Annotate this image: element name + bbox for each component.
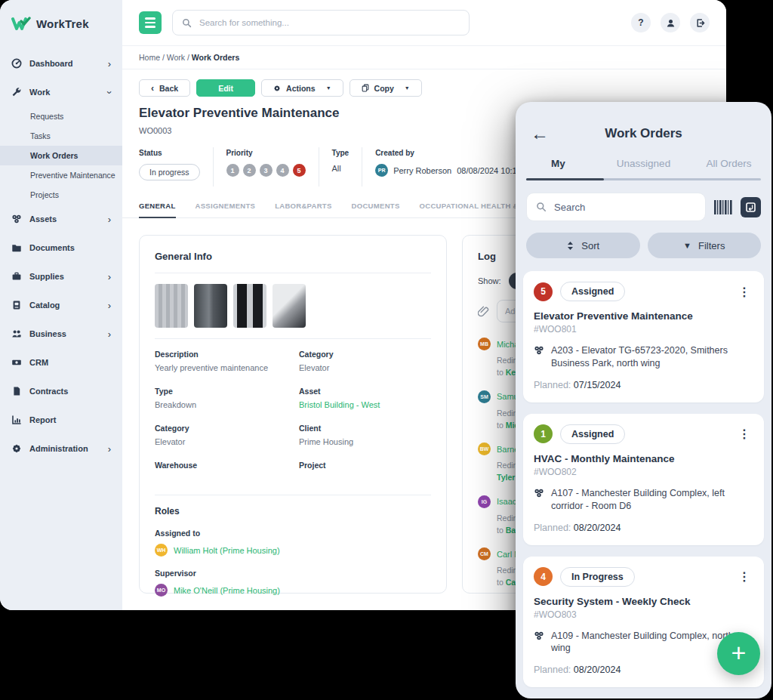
panel-tabs: My Unassigned All Orders <box>516 158 771 178</box>
priority-selector: 1 2 3 4 5 <box>226 164 306 177</box>
tab-assignments[interactable]: ASSIGNEMENTS <box>196 202 256 217</box>
avatar: BW <box>478 443 491 455</box>
barcode-scan-icon[interactable] <box>713 199 733 216</box>
avatar: PR <box>375 164 388 177</box>
chevron-right-icon: › <box>108 443 111 455</box>
chevron-right-icon: › <box>108 328 111 340</box>
bar-chart-icon <box>11 415 22 425</box>
kebab-menu-icon[interactable]: ⋮ <box>735 427 753 441</box>
priority-4[interactable]: 4 <box>276 164 289 177</box>
tab-all-orders[interactable]: All Orders <box>686 158 771 178</box>
user-button[interactable] <box>661 13 680 32</box>
created-by-name: Perry Roberson <box>393 166 451 175</box>
tab-underline <box>526 178 761 180</box>
sort-button[interactable]: Sort <box>526 233 640 258</box>
breadcrumb[interactable]: Home / Work / Work Orders <box>122 45 726 69</box>
global-search-input[interactable] <box>198 17 460 28</box>
sidebar-item-dashboard[interactable]: Dashboard › <box>0 49 122 78</box>
photo-gallery <box>155 284 431 328</box>
work-order-card[interactable]: 1 Assigned ⋮ HVAC - Monthly Maintenance … <box>523 414 764 545</box>
sidebar-item-crm[interactable]: CRM <box>0 348 122 377</box>
help-button[interactable]: ? <box>631 13 651 32</box>
chevron-right-icon: › <box>108 58 111 69</box>
card-code: #WOO802 <box>534 467 753 477</box>
sidebar-item-work-orders[interactable]: Work Orders <box>0 146 122 165</box>
wo-photo-1[interactable] <box>155 284 188 328</box>
wo-photo-2[interactable] <box>194 284 227 328</box>
global-search <box>172 10 470 35</box>
card-asset: A203 - Elevator TG-65723-2020, Smithers … <box>551 344 746 370</box>
panel-search-input[interactable] <box>553 201 696 214</box>
hamburger-menu-button[interactable] <box>139 11 162 34</box>
sidebar-item-requests[interactable]: Requests <box>0 106 122 126</box>
priority-2[interactable]: 2 <box>243 164 256 177</box>
work-order-card[interactable]: 5 Assigned ⋮ Elevator Preventive Mainten… <box>523 271 764 402</box>
sidebar-item-preventive-maintenance[interactable]: Preventive Maintenance <box>0 165 122 185</box>
sidebar-item-tasks[interactable]: Tasks <box>0 126 122 146</box>
tab-unassigned[interactable]: Unassigned <box>601 158 686 178</box>
logout-button[interactable] <box>690 13 710 32</box>
field-warehouse: Warehouse <box>155 461 287 484</box>
priority-5-active[interactable]: 5 <box>293 164 306 177</box>
panel-header: ← Work Orders <box>516 126 771 141</box>
sidebar-item-business[interactable]: Business › <box>0 319 122 348</box>
priority-3[interactable]: 3 <box>260 164 273 177</box>
add-work-order-button[interactable]: + <box>717 632 760 675</box>
planned-date: 07/15/2024 <box>574 380 621 390</box>
wrench-icon <box>11 87 22 97</box>
meta-priority: Priority 1 2 3 4 5 <box>213 147 319 187</box>
general-info-fields: Description Yearly preventive maintenanc… <box>155 350 431 484</box>
sidebar-item-catalog[interactable]: Catalog › <box>0 291 122 319</box>
assigned-user-link[interactable]: William Holt (Prime Housing) <box>174 546 280 555</box>
actions-button[interactable]: Actions ▼ <box>261 79 343 97</box>
tab-general[interactable]: GENERAL <box>139 202 176 218</box>
sidebar-item-contracts[interactable]: Contracts <box>0 377 122 406</box>
filters-button[interactable]: ▼ Filters <box>648 233 762 258</box>
show-label: Show: <box>478 276 501 285</box>
sidebar-item-projects[interactable]: Projects <box>0 185 122 205</box>
asset-link[interactable]: Bristol Building - West <box>299 400 431 410</box>
sidebar-item-assets[interactable]: Assets › <box>0 205 122 233</box>
brand-name: WorkTrek <box>36 17 89 30</box>
paperclip-icon[interactable] <box>478 306 489 317</box>
wo-photo-3[interactable] <box>233 284 266 328</box>
filter-icon: ▼ <box>683 241 691 250</box>
kebab-menu-icon[interactable]: ⋮ <box>735 285 753 299</box>
sidebar-item-label: Work <box>29 88 50 97</box>
field-type: Type Breakdown <box>155 387 287 410</box>
tab-my[interactable]: My <box>516 158 601 178</box>
field-description: Description Yearly preventive maintenanc… <box>155 350 287 373</box>
stage: WorkTrek Dashboard › Work › Requests Tas… <box>0 0 773 700</box>
caret-down-icon: ▼ <box>326 85 331 91</box>
sidebar-item-supplies[interactable]: Supplies › <box>0 262 122 291</box>
card-title: General Info <box>155 251 431 262</box>
question-icon: ? <box>638 17 643 28</box>
document-icon <box>11 386 22 396</box>
qr-scan-icon[interactable] <box>741 197 761 217</box>
edit-button[interactable]: Edit <box>196 79 255 97</box>
sidebar-item-work[interactable]: Work › <box>0 78 122 106</box>
user-icon <box>666 18 676 28</box>
sidebar-item-documents[interactable]: Documents <box>0 233 122 262</box>
wo-photo-4[interactable] <box>273 284 306 328</box>
banknote-icon <box>11 357 22 368</box>
back-arrow-icon[interactable]: ← <box>531 125 549 143</box>
tab-labor-parts[interactable]: LABOR&PARTS <box>275 202 331 217</box>
sidebar-item-administration[interactable]: Administration › <box>0 434 122 463</box>
supervisor-user-link[interactable]: Mike O'Neill (Prime Housing) <box>174 586 280 595</box>
status-badge: In Progress <box>560 567 635 587</box>
topbar: ? <box>122 0 726 45</box>
copy-button[interactable]: Copy ▼ <box>350 79 422 97</box>
field-client: Client Prime Housing <box>299 424 431 447</box>
tab-documents[interactable]: DOCUMENTS <box>352 202 400 217</box>
gear-icon <box>11 443 22 454</box>
back-button[interactable]: ‹ Back <box>139 79 190 97</box>
panel-search <box>526 193 706 221</box>
planned-date: 08/20/2024 <box>574 665 621 675</box>
sidebar-item-report[interactable]: Report <box>0 406 122 434</box>
priority-1[interactable]: 1 <box>226 164 239 177</box>
chevron-right-icon: › <box>108 300 111 311</box>
kebab-menu-icon[interactable]: ⋮ <box>735 569 753 584</box>
meta-status: Status In progress <box>139 147 213 187</box>
chevron-right-icon: › <box>108 214 111 225</box>
